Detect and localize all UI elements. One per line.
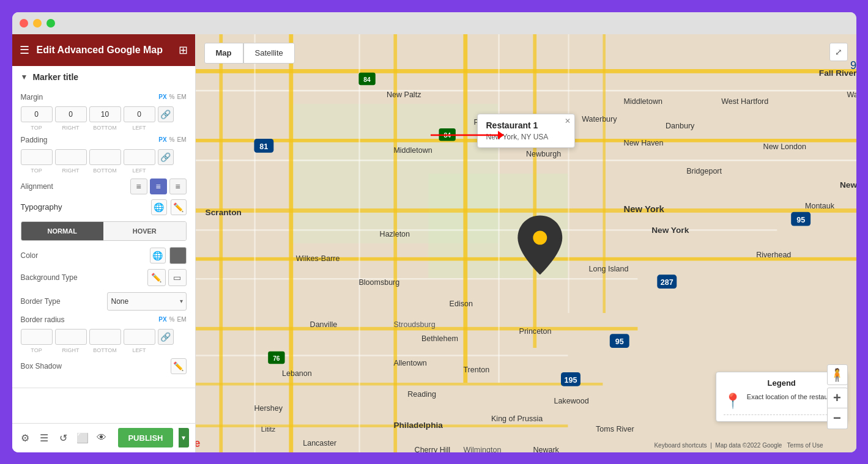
bg-type-classic-btn[interactable]: ✏️ [147,269,166,286]
bg-type-icons: ✏️ ▭ [147,269,187,286]
tab-hover[interactable]: HOVER [103,222,186,240]
svg-text:Newark: Newark [533,446,559,452]
bg-type-gradient-btn[interactable]: ▭ [168,269,187,286]
color-global-icon[interactable]: 🌐 [150,248,166,263]
section-header-marker-title[interactable]: ▼ Marker title [12,66,195,88]
border-type-select-wrapper[interactable]: None Solid Dashed Dotted [107,292,187,311]
padding-top-label: TOP [21,168,53,174]
svg-text:Scranton: Scranton [205,208,241,217]
responsive-icon-btn[interactable]: ⬜ [75,429,89,447]
map-zoom-in-btn[interactable]: + [827,388,848,408]
padding-bottom-input[interactable] [89,149,121,165]
svg-text:76: 76 [273,355,280,361]
margin-link-btn[interactable]: 🔗 [158,106,174,122]
border-radius-left-input[interactable] [124,329,155,345]
popup-close-btn[interactable]: ✕ [565,117,571,125]
color-swatch[interactable] [169,247,187,264]
border-radius-top-input[interactable] [21,329,53,345]
border-type-select[interactable]: None Solid Dashed Dotted [107,292,187,311]
svg-text:95: 95 [615,337,623,346]
tab-normal[interactable]: NORMAL [21,222,104,240]
border-radius-bottom-input[interactable] [89,329,121,345]
border-type-row: Border Type None Solid Dashed Dotted [21,292,187,311]
border-radius-unit-percent[interactable]: % [169,316,175,323]
svg-text:King of Prussia: King of Prussia [491,414,543,422]
svg-text:Hazleton: Hazleton [379,229,409,238]
svg-text:287: 287 [660,278,673,287]
publish-button[interactable]: PUBLISH [118,428,172,447]
svg-text:84: 84 [363,76,371,83]
svg-text:New York: New York [623,204,664,213]
svg-text:Trenton: Trenton [463,365,489,374]
legend-pin-icon: 📍 [724,392,742,410]
section-label-marker-title: Marker title [32,72,78,82]
minimize-button[interactable] [33,19,42,28]
history-icon-btn[interactable]: ↺ [56,429,70,447]
padding-top-input[interactable] [21,149,53,165]
padding-right-label: RIGHT [55,168,87,174]
expand-map-btn[interactable]: ⤢ [829,43,848,61]
padding-right-input[interactable] [55,149,87,165]
border-radius-right-input[interactable] [55,329,87,345]
legend-item: 📍 Exact location of the restaurant [724,392,840,410]
layers-icon-btn[interactable]: ☰ [37,429,51,447]
map-zoom-out-btn[interactable]: − [827,408,848,429]
terms-of-use-link[interactable]: Terms of Use [787,442,823,449]
padding-label: Padding [21,136,48,144]
sidebar-header: ☰ Edit Advanced Google Map ⊞ [12,34,195,66]
align-center-btn[interactable]: ≡ [150,179,167,194]
align-left-btn[interactable]: ≡ [130,179,147,194]
svg-rect-16 [196,424,568,427]
street-view-btn[interactable]: 🧍 [827,364,848,385]
margin-left-input[interactable] [124,106,155,122]
grid-icon[interactable]: ⊞ [179,43,188,57]
padding-unit-percent[interactable]: % [169,136,175,143]
padding-left-input[interactable] [124,149,155,165]
margin-top-input[interactable] [21,106,53,122]
svg-text:Allentown: Allentown [393,358,426,367]
color-label: Color [21,251,39,260]
svg-text:95: 95 [850,59,856,72]
margin-units: PX % EM [158,94,186,100]
margin-right-input[interactable] [55,106,87,122]
svg-text:New Haven: New Haven [623,139,663,147]
border-radius-unit-em[interactable]: EM [177,316,187,323]
normal-hover-tabs: NORMAL HOVER [21,221,187,241]
settings-icon-btn[interactable]: ⚙ [18,429,32,447]
svg-text:81: 81 [259,142,268,151]
margin-unit-px[interactable]: PX [158,94,166,100]
publish-dropdown-button[interactable]: ▾ [179,428,189,447]
margin-unit-percent[interactable]: % [169,94,175,100]
map-container[interactable]: 95 95 287 95 195 81 84 [196,34,856,452]
svg-text:Montauk: Montauk [805,202,835,210]
box-shadow-label: Box Shadow [21,362,62,370]
border-radius-link-btn[interactable]: 🔗 [158,329,174,345]
typography-global-icon[interactable]: 🌐 [151,199,167,215]
keyboard-shortcuts-link[interactable]: Keyboard shortcuts [654,442,707,449]
margin-bottom-input[interactable] [89,106,121,122]
maximize-button[interactable] [46,19,55,28]
align-right-btn[interactable]: ≡ [169,179,187,194]
margin-unit-em[interactable]: EM [177,94,187,100]
map-tab-map[interactable]: Map [204,43,243,64]
padding-unit-em[interactable]: EM [177,136,187,143]
padding-inputs-row: 🔗 [21,149,187,165]
border-radius-unit-px[interactable]: PX [158,316,166,323]
map-data-text: Map data ©2022 Google [715,442,782,449]
svg-text:e: e [196,436,201,449]
color-row: Color 🌐 [21,247,187,264]
padding-unit-px[interactable]: PX [158,136,166,143]
typography-edit-icon[interactable]: ✏️ [171,199,187,215]
svg-text:Danbury: Danbury [666,121,695,130]
svg-rect-21 [196,355,568,356]
map-tab-satellite[interactable]: Satellite [243,43,295,64]
alignment-field-row: Alignment ≡ ≡ ≡ [21,179,187,194]
svg-rect-25 [463,34,467,383]
box-shadow-edit-icon[interactable]: ✏️ [171,358,187,374]
app-window: ☰ Edit Advanced Google Map ⊞ ▼ Marker ti… [12,12,856,452]
close-button[interactable] [20,19,28,28]
padding-link-btn[interactable]: 🔗 [158,149,174,165]
svg-text:Danville: Danville [310,320,337,328]
preview-icon-btn[interactable]: 👁 [94,429,108,447]
hamburger-icon[interactable]: ☰ [20,43,29,57]
